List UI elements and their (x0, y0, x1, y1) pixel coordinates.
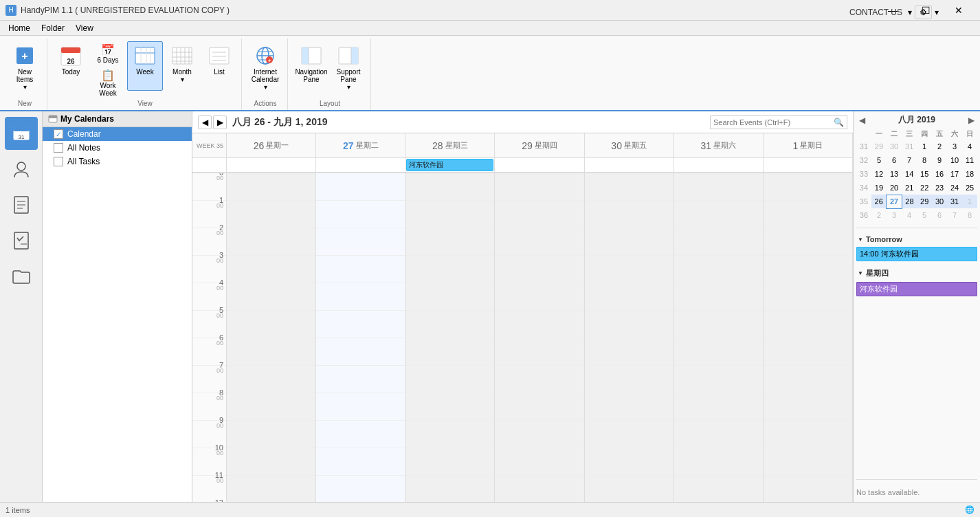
day-slot-3-1[interactable] (495, 201, 583, 228)
day-slot-1-0[interactable] (316, 173, 405, 201)
day-slot-2-10[interactable] (405, 448, 494, 476)
mini-cal-day-32-1[interactable]: 6 (887, 153, 902, 167)
day-slot-5-6[interactable] (674, 338, 763, 366)
mini-cal-day-33-3[interactable]: 15 (917, 167, 932, 181)
mini-cal-day-31-3[interactable]: 1 (917, 140, 932, 153)
menu-view[interactable]: View (70, 22, 99, 34)
day-slot-4-4[interactable] (585, 283, 673, 311)
day-slot-2-1[interactable] (405, 201, 494, 228)
list-button[interactable]: List (201, 41, 237, 91)
search-input[interactable] (713, 118, 834, 126)
mini-cal-prev[interactable]: ◀ (856, 116, 868, 125)
day-slot-3-3[interactable] (495, 256, 583, 283)
day-slot-5-4[interactable] (674, 283, 763, 311)
day-slot-1-2[interactable] (316, 228, 405, 256)
day-slot-3-11[interactable] (495, 476, 583, 502)
day-slot-4-1[interactable] (585, 201, 673, 228)
day-slot-6-9[interactable] (764, 421, 852, 448)
day-slot-2-2[interactable] (405, 228, 494, 256)
day-column-6[interactable] (764, 173, 853, 502)
day-slot-1-3[interactable] (316, 256, 405, 283)
day-slot-0-5[interactable] (227, 311, 315, 338)
settings-button[interactable]: ⚙ (915, 6, 932, 19)
day-slot-6-8[interactable] (764, 393, 852, 421)
mini-cal-day-32-4[interactable]: 9 (932, 153, 947, 167)
tomorrow-event[interactable]: 14:00 河东软件园 (856, 247, 977, 261)
day-slot-3-7[interactable] (495, 366, 583, 393)
mini-cal-day-32-2[interactable]: 7 (902, 153, 917, 167)
day-column-1[interactable]: 河东软件园 (316, 173, 405, 502)
day-slot-1-11[interactable] (316, 476, 405, 502)
day-slot-2-9[interactable] (405, 421, 494, 448)
mini-cal-day-36-1[interactable]: 3 (887, 208, 902, 222)
day-slot-0-2[interactable] (227, 228, 315, 256)
new-items-button[interactable]: + New Items ▾ (7, 41, 43, 91)
mini-cal-day-33-1[interactable]: 13 (887, 167, 902, 181)
mini-cal-day-34-2[interactable]: 21 (902, 181, 917, 195)
mini-cal-day-36-2[interactable]: 4 (902, 208, 917, 222)
mini-cal-day-35-3[interactable]: 29 (917, 195, 932, 208)
month-button[interactable]: Month ▾ (164, 41, 200, 91)
sidebar-item-all-notes[interactable]: All Notes (43, 141, 192, 155)
day-slot-4-0[interactable] (585, 173, 673, 201)
day-slot-5-9[interactable] (674, 421, 763, 448)
day-slot-0-4[interactable] (227, 283, 315, 311)
mini-cal-day-35-5[interactable]: 31 (947, 195, 962, 208)
day-slot-6-10[interactable] (764, 448, 852, 476)
day-slot-6-1[interactable] (764, 201, 852, 228)
day-slot-5-7[interactable] (674, 366, 763, 393)
day-column-0[interactable] (227, 173, 316, 502)
day-slot-2-7[interactable] (405, 366, 494, 393)
day-slot-4-9[interactable] (585, 421, 673, 448)
mini-cal-day-33-5[interactable]: 17 (947, 167, 962, 181)
day-slot-2-3[interactable] (405, 256, 494, 283)
day-slot-6-3[interactable] (764, 256, 852, 283)
mini-cal-day-31-2[interactable]: 31 (902, 140, 917, 153)
day-slot-1-7[interactable] (316, 366, 405, 393)
support-pane-button[interactable]: Support Pane ▾ (331, 41, 366, 91)
mini-cal-day-36-3[interactable]: 5 (917, 208, 932, 222)
day-slot-1-8[interactable] (316, 393, 405, 421)
day-slot-6-11[interactable] (764, 476, 852, 502)
mini-cal-day-31-1[interactable]: 30 (887, 140, 902, 153)
week-button[interactable]: Week (127, 41, 163, 91)
mini-cal-day-35-1[interactable]: 27 (887, 195, 902, 208)
day-slot-4-3[interactable] (585, 256, 673, 283)
day-slot-1-10[interactable] (316, 448, 405, 476)
day-slot-0-6[interactable] (227, 338, 315, 366)
mini-cal-day-31-0[interactable]: 29 (871, 140, 887, 153)
day-slot-0-7[interactable] (227, 366, 315, 393)
sidebar-item-calendar[interactable]: ✓ Calendar (43, 127, 192, 141)
close-button[interactable]: ✕ (943, 0, 975, 21)
sidebar-item-all-tasks[interactable]: All Tasks (43, 155, 192, 168)
mini-cal-day-33-0[interactable]: 12 (871, 167, 887, 181)
day-slot-6-6[interactable] (764, 338, 852, 366)
internet-calendar-button[interactable]: + Internet Calendar ▾ (247, 41, 283, 91)
tomorrow-title[interactable]: Tomorrow (856, 234, 977, 245)
day-slot-1-1[interactable] (316, 201, 405, 228)
mini-cal-day-34-5[interactable]: 24 (947, 181, 962, 195)
day-slot-1-5[interactable] (316, 311, 405, 338)
mini-cal-day-34-3[interactable]: 22 (917, 181, 932, 195)
day-slot-5-8[interactable] (674, 393, 763, 421)
mini-cal-day-31-5[interactable]: 3 (947, 140, 962, 153)
thursday-event[interactable]: 河东软件园 (856, 282, 977, 296)
day-slot-3-8[interactable] (495, 393, 583, 421)
day-column-2[interactable] (405, 173, 495, 502)
day-slot-3-2[interactable] (495, 228, 583, 256)
nav-notes-icon[interactable] (5, 188, 38, 221)
day-slot-3-10[interactable] (495, 448, 583, 476)
menu-folder[interactable]: Folder (36, 22, 70, 34)
mini-cal-day-31-6[interactable]: 4 (962, 140, 977, 153)
day-slot-2-6[interactable] (405, 338, 494, 366)
day-slot-3-5[interactable] (495, 311, 583, 338)
nav-folders-icon[interactable] (5, 260, 38, 293)
mini-cal-day-34-1[interactable]: 20 (887, 181, 902, 195)
day-slot-2-0[interactable] (405, 173, 494, 201)
next-arrow[interactable]: ▶ (213, 116, 227, 129)
mini-cal-day-36-6[interactable]: 8 (962, 208, 977, 222)
mini-cal-day-35-6[interactable]: 1 (962, 195, 977, 208)
day-slot-5-10[interactable] (674, 448, 763, 476)
day-slot-5-5[interactable] (674, 311, 763, 338)
nav-tasks-icon[interactable] (5, 224, 38, 257)
